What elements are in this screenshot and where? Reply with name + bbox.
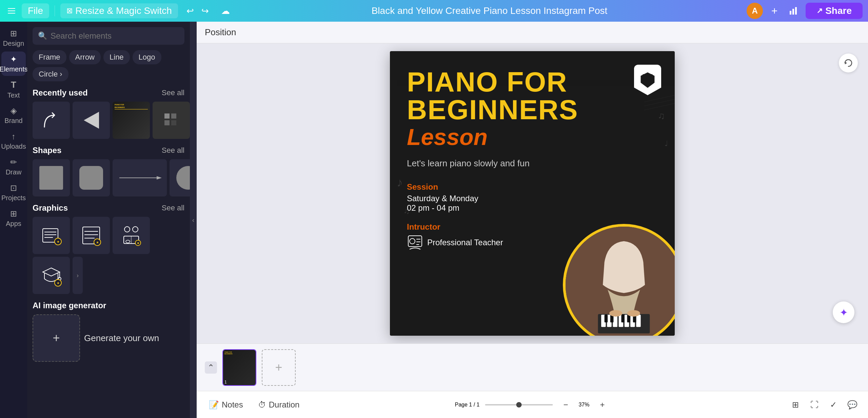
svg-rect-3 <box>164 113 170 119</box>
chip-line[interactable]: Line <box>103 50 130 64</box>
shape-item-circle[interactable] <box>170 159 190 196</box>
canvas-area: Position ♪ ♫ ♩ ♪ ♫ ♪ <box>197 22 868 418</box>
fullscreen-button[interactable]: ⛶ <box>807 397 822 412</box>
recent-item-element-4[interactable] <box>153 102 190 139</box>
design-card[interactable]: ♪ ♫ ♩ ♪ ♫ ♪ PIANO FOR BEGINNERS Lesson <box>390 51 675 336</box>
user-avatar[interactable]: A <box>747 3 763 19</box>
svg-rect-59 <box>605 315 608 322</box>
share-icon: ↗ <box>816 6 823 15</box>
session-days: Saturday & Monday <box>407 194 658 203</box>
canvas-refresh-button[interactable] <box>839 54 858 72</box>
recent-item-social-card-1[interactable]: PIANO FOR BEGINNERS <box>113 102 150 139</box>
recent-item-arrow-curved[interactable] <box>33 102 70 139</box>
shape-item-rounded-rect[interactable] <box>73 159 110 196</box>
svg-text:★: ★ <box>137 241 140 245</box>
pianist-image <box>566 227 675 336</box>
thumbnail-page-1[interactable]: PIANO FOR BEGINNERS 1 <box>222 349 256 386</box>
sidebar-item-apps[interactable]: ⊞ Apps <box>1 206 26 230</box>
notes-button[interactable]: 📝 Notes <box>205 397 247 412</box>
zoom-level: 37% <box>578 402 589 408</box>
add-collaborator-button[interactable]: + <box>768 4 781 18</box>
chip-circle[interactable]: Circle › <box>33 67 68 81</box>
share-button[interactable]: ↗ Share <box>806 3 863 19</box>
graphic-item-4[interactable]: ★ <box>33 257 70 294</box>
svg-point-64 <box>609 310 622 317</box>
card-subtitle: Let's learn piano slowly and fun <box>407 158 658 169</box>
redo-button[interactable]: ↪ <box>198 4 212 18</box>
left-panel: 🔍 Frame Arrow Line Logo Circle › Recentl… <box>27 22 190 418</box>
grid-view-button[interactable]: ⊞ <box>788 397 803 412</box>
toggle-thumbnails-button[interactable]: ⌃ <box>205 361 217 374</box>
chip-frame[interactable]: Frame <box>33 50 66 64</box>
zoom-out-button[interactable]: − <box>558 397 573 412</box>
plus-icon: + <box>53 331 60 345</box>
elements-icon: ✦ <box>10 55 17 64</box>
svg-marker-28 <box>43 268 60 276</box>
svg-rect-1 <box>792 9 794 15</box>
duration-button[interactable]: ⏱ Duration <box>254 397 304 412</box>
shape-item-arrow-line[interactable] <box>113 159 167 196</box>
add-page-button[interactable]: + <box>262 349 296 386</box>
session-label: Session <box>407 182 658 192</box>
thumbnail-strip: ⌃ PIANO FOR BEGINNERS 1 + <box>197 343 868 391</box>
session-time: 02 pm - 04 pm <box>407 203 658 213</box>
recent-item-arrow-left[interactable] <box>73 102 110 139</box>
graphic-item-2[interactable]: ★ <box>73 217 110 254</box>
svg-rect-58 <box>636 315 640 327</box>
sidebar-item-uploads[interactable]: ↑ Uploads <box>1 129 26 153</box>
document-title: Black and Yellow Creative Piano Lesson I… <box>236 5 743 16</box>
sidebar-label-uploads: Uploads <box>1 143 26 150</box>
recently-used-grid: PIANO FOR BEGINNERS › <box>33 102 184 139</box>
svg-text:♥: ♥ <box>645 76 649 83</box>
file-button[interactable]: File <box>22 3 49 18</box>
resize-magic-button[interactable]: ⊠ Resize & Magic Switch <box>60 3 178 18</box>
search-input[interactable] <box>51 31 179 41</box>
sidebar-icons: ⊞ Design ✦ Elements T Text ◈ Brand ↑ Upl… <box>0 22 27 418</box>
cloud-save-button[interactable]: ☁ <box>219 4 232 18</box>
shape-item-rectangle[interactable] <box>33 159 70 196</box>
accessibility-button[interactable]: ✓ <box>826 397 841 412</box>
graphic-item-3[interactable]: ★ <box>113 217 150 254</box>
svg-text:★: ★ <box>57 281 60 285</box>
sidebar-item-draw[interactable]: ✏ Draw <box>1 154 26 179</box>
uploads-icon: ↑ <box>12 132 16 141</box>
sidebar-label-brand: Brand <box>4 117 22 125</box>
sidebar-label-projects: Projects <box>1 194 26 202</box>
sidebar-item-projects[interactable]: ⊡ Projects <box>1 180 26 205</box>
chip-logo[interactable]: Logo <box>133 50 161 64</box>
canvas-viewport[interactable]: ♪ ♫ ♩ ♪ ♫ ♪ PIANO FOR BEGINNERS Lesson <box>197 43 868 343</box>
hamburger-menu[interactable] <box>5 5 18 17</box>
ai-generate-button[interactable]: + <box>33 314 80 362</box>
shapes-see-all[interactable]: See all <box>162 146 184 155</box>
search-bar-container: 🔍 <box>33 27 184 45</box>
recently-used-header: Recently used See all <box>33 88 184 98</box>
instructor-icon <box>407 234 423 251</box>
graphics-header: Graphics See all <box>33 203 184 213</box>
canvas-topbar: Position <box>197 22 868 43</box>
sidebar-item-design[interactable]: ⊞ Design <box>1 26 26 50</box>
analytics-button[interactable] <box>786 3 801 18</box>
graphic-item-1[interactable]: ★ <box>33 217 70 254</box>
svg-rect-6 <box>171 120 176 125</box>
duration-icon: ⏱ <box>258 400 266 410</box>
undo-button[interactable]: ↩ <box>183 4 197 18</box>
comments-button[interactable]: 💬 <box>845 397 860 412</box>
sidebar-item-elements[interactable]: ✦ Elements <box>1 51 26 76</box>
panel-divider[interactable]: ‹ <box>190 22 197 418</box>
page-slider[interactable] <box>485 404 553 405</box>
sidebar-label-draw: Draw <box>6 168 22 176</box>
design-icon: ⊞ <box>10 29 17 38</box>
graphics-show-more[interactable]: › <box>73 257 83 294</box>
svg-marker-66 <box>845 62 847 64</box>
canva-ai-button[interactable]: ✦ <box>833 301 854 323</box>
recently-used-see-all[interactable]: See all <box>162 88 184 97</box>
svg-text:★: ★ <box>96 241 99 244</box>
graphics-see-all[interactable]: See all <box>162 204 184 212</box>
main-area: ⊞ Design ✦ Elements T Text ◈ Brand ↑ Upl… <box>0 22 868 418</box>
sidebar-item-text[interactable]: T Text <box>1 77 26 102</box>
page-info: Page 1 / 1 <box>455 402 480 408</box>
zoom-in-button[interactable]: + <box>595 397 610 412</box>
chip-arrow[interactable]: Arrow <box>69 50 101 64</box>
sidebar-item-brand[interactable]: ◈ Brand <box>1 103 26 127</box>
hide-panel-icon: ‹ <box>192 216 195 224</box>
